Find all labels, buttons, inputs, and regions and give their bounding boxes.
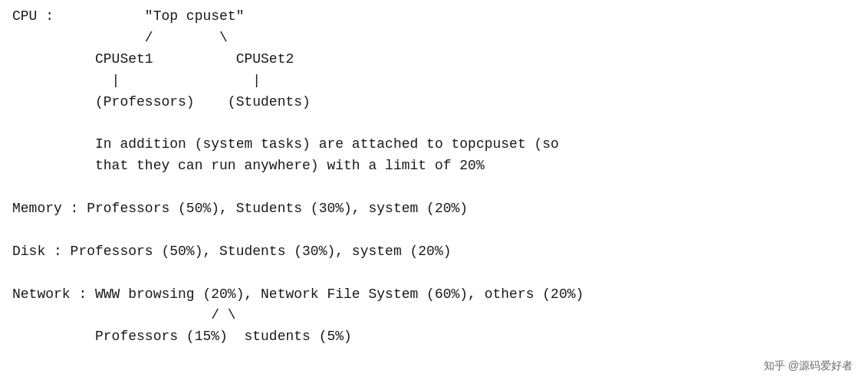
watermark: 知乎 @源码爱好者 — [764, 358, 853, 374]
main-content: CPU : "Top cpuset" / \ CPUSet1 CPUSet2 |… — [12, 6, 856, 348]
